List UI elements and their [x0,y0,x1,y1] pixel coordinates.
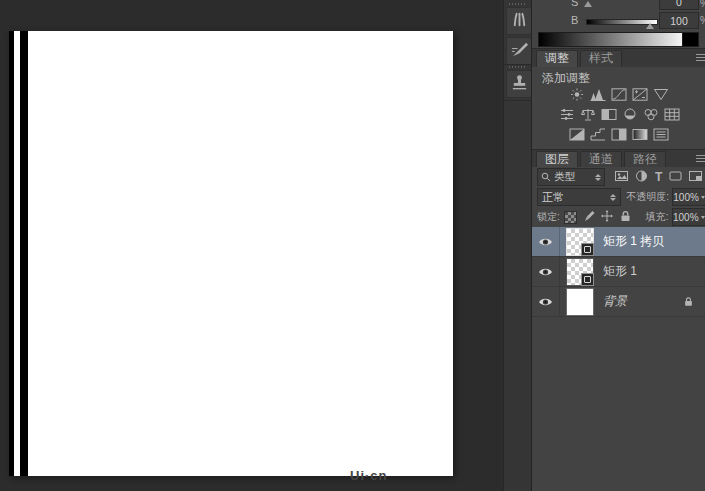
shape-layer-badge-icon [581,273,594,286]
hue-saturation-icon[interactable] [558,108,575,121]
shape-layer-filter-icon[interactable] [669,168,682,186]
tab-paths[interactable]: 路径 [624,151,666,168]
eye-icon [538,237,553,247]
opacity-label: 不透明度: [626,190,669,204]
locked-layer-icon [683,296,694,307]
layer-name[interactable]: 矩形 1 [603,263,637,280]
brightness-slider-label: B [571,14,578,26]
layer-filter-row: 类型 T [532,167,705,188]
brightness-contrast-icon[interactable] [569,88,586,101]
levels-icon[interactable] [590,88,607,101]
saturation-slider-handle[interactable] [584,1,592,7]
adjustments-panel: 添加调整 [532,67,705,149]
layer-thumbnail[interactable] [566,288,594,316]
blend-opacity-row: 正常 不透明度: 100% [532,187,705,208]
posterize-icon[interactable] [590,128,607,141]
dock-divider [504,100,532,101]
brightness-unit: % [700,15,705,26]
eye-icon [538,267,553,277]
shape-layer-badge-icon [581,243,594,256]
fill-field[interactable]: 100% [672,208,705,226]
brush-panel-button[interactable] [506,37,532,65]
lock-buttons [564,208,632,226]
layer-row-rectangle-1-copy[interactable]: 矩形 1 拷贝 [532,227,705,257]
selective-color-icon[interactable] [653,128,670,141]
document-canvas[interactable] [9,31,453,476]
type-layer-filter-icon[interactable]: T [655,172,662,183]
watermark: Ui·cn [350,468,388,483]
panel-menu-icon[interactable] [696,54,705,63]
exposure-icon[interactable] [632,88,649,101]
photo-filter-icon[interactable] [621,108,638,121]
color-ramp-black-swatch[interactable] [682,32,699,47]
lock-position-icon[interactable] [601,208,613,226]
visibility-toggle[interactable] [532,227,560,256]
curves-icon[interactable] [611,88,628,101]
tab-styles[interactable]: 样式 [580,50,622,67]
color-balance-icon[interactable] [579,108,596,121]
panel-menu-icon[interactable] [696,155,705,164]
eye-icon [538,297,553,307]
channel-mixer-icon[interactable] [642,108,659,121]
black-white-icon[interactable] [600,108,617,121]
fill-label: 填充: [646,210,669,224]
dropdown-arrow-icon [701,216,705,219]
layer-thumbnail[interactable] [566,258,594,286]
filter-kind-label: 类型 [554,170,592,184]
threshold-icon[interactable] [611,128,628,141]
search-icon [541,168,551,186]
adjustment-layer-filter-icon[interactable] [635,168,648,186]
color-ramp[interactable] [538,32,699,47]
lock-all-icon[interactable] [619,208,632,226]
layer-thumbnail[interactable] [566,228,594,256]
dock-grip[interactable] [509,66,526,68]
layer-row-rectangle-1[interactable]: 矩形 1 [532,257,705,287]
saturation-unit: % [700,0,705,9]
opacity-value: 100% [673,192,699,203]
photoshop-app: Ui·cn S 0 % [0,0,705,491]
adjustment-icon-row-2 [532,108,705,121]
filter-type-icons: T [615,168,702,186]
color-panel: S 0 % B 100 % [532,0,705,48]
blend-mode-dropdown[interactable]: 正常 [537,188,621,206]
tab-layers[interactable]: 图层 [536,151,578,168]
lock-fill-row: 锁定: 填充: 100% [532,207,705,228]
layer-name[interactable]: 矩形 1 拷贝 [603,233,664,250]
invert-icon[interactable] [569,128,586,141]
vibrance-icon[interactable] [653,88,670,101]
layer-row-background[interactable]: 背景 [532,287,705,317]
saturation-value-field[interactable]: 0 [659,0,699,10]
saturation-slider-label: S [571,0,578,8]
dock-grip[interactable] [509,3,526,5]
clone-source-panel-button[interactable] [506,70,532,98]
blend-mode-value: 正常 [542,190,610,205]
brightness-value-field[interactable]: 100 [659,12,699,29]
filter-kind-dropdown[interactable]: 类型 [537,168,605,186]
add-adjustment-label: 添加调整 [542,70,590,87]
canvas-area[interactable]: Ui·cn [0,0,503,491]
tab-channels[interactable]: 通道 [580,151,622,168]
tab-adjustments[interactable]: 调整 [536,50,578,67]
layer-list: 矩形 1 拷贝 矩形 1 背景 [532,227,705,491]
pixel-layer-filter-icon[interactable] [615,168,628,186]
visibility-toggle[interactable] [532,287,560,316]
fill-value: 100% [673,212,699,223]
adjustment-icon-row-1 [532,88,705,101]
black-rectangle-1-copy [20,31,28,476]
opacity-field[interactable]: 100% [672,188,705,206]
visibility-toggle[interactable] [532,257,560,286]
smart-object-filter-icon[interactable] [689,168,702,186]
lock-image-pixels-icon[interactable] [583,208,595,226]
panel-column: S 0 % B 100 % 调整 样式 添加调整 [531,0,705,491]
layers-tabbar: 图层 通道 路径 [532,149,705,169]
brightness-slider-handle[interactable] [646,23,654,29]
lock-transparent-pixels-icon[interactable] [564,211,577,224]
brush-presets-panel-button[interactable] [506,7,532,35]
color-lookup-icon[interactable] [663,108,680,121]
gradient-map-icon[interactable] [632,128,649,141]
dropdown-arrow-icon [701,196,705,199]
brush-presets-icon [510,10,529,33]
dock-divider [504,64,532,65]
brush-icon [510,40,529,63]
layer-name[interactable]: 背景 [603,293,627,310]
